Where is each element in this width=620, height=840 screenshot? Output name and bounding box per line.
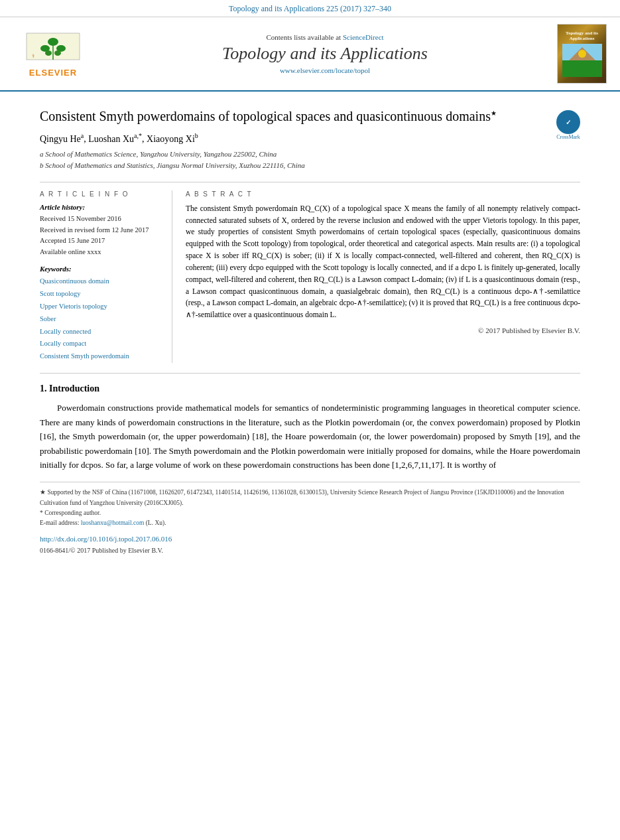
- keyword-7[interactable]: Consistent Smyth powerdomain: [40, 350, 162, 363]
- author1-sup: a: [81, 132, 84, 139]
- svg-text:⚕: ⚕: [32, 53, 34, 59]
- affiliation-b: b School of Mathematics and Statistics, …: [40, 160, 580, 172]
- affiliations: a School of Mathematics Science, Yangzho…: [40, 149, 580, 172]
- article-info-header: A R T I C L E I N F O: [40, 190, 162, 198]
- thumb-title: Topology and its Applications: [560, 31, 603, 42]
- author2-sup: a,*: [134, 132, 142, 139]
- svg-point-2: [48, 38, 58, 46]
- email-owner: (L. Xu).: [146, 520, 166, 526]
- elsevier-logo-area: ⚕ ELSEVIER: [13, 30, 93, 78]
- footnotes-area: ★ Supported by the NSF of China (1167100…: [40, 482, 580, 555]
- crossmark-icon: ✓: [556, 110, 580, 134]
- issn-line: 0166-8641/© 2017 Published by Elsevier B…: [40, 545, 580, 556]
- keyword-3[interactable]: Upper Vietoris topology: [40, 301, 162, 313]
- title-footnote-star: ★: [491, 109, 497, 117]
- keyword-6[interactable]: Locally compact: [40, 338, 162, 350]
- history-subheader: Article history:: [40, 203, 162, 211]
- keyword-2[interactable]: Scott topology: [40, 288, 162, 301]
- crossmark-badge[interactable]: ✓ CrossMark: [556, 110, 580, 140]
- authors-line: Qingyu Hea, Luoshan Xua,*, Xiaoyong Xib: [40, 132, 580, 145]
- corresponding-note: * Corresponding author.: [40, 508, 580, 518]
- intro-paragraph: Powerdomain constructions provide mathem…: [40, 401, 580, 472]
- keyword-4[interactable]: Sober: [40, 313, 162, 326]
- keyword-5[interactable]: Locally connected: [40, 326, 162, 338]
- thumb-image: [562, 44, 602, 77]
- abstract-column: A B S T R A C T The consistent Smyth pow…: [186, 190, 580, 363]
- info-abstract-section: A R T I C L E I N F O Article history: R…: [40, 182, 580, 363]
- journal-title: Topology and its Applications: [93, 44, 557, 64]
- journal-reference-text: Topology and its Applications 225 (2017)…: [229, 4, 391, 13]
- section-number-title: 1. Introduction: [40, 384, 580, 394]
- crossmark-label: CrossMark: [556, 134, 580, 140]
- svg-point-11: [578, 50, 586, 58]
- svg-point-5: [45, 50, 52, 56]
- revised-date: Received in revised form 12 June 2017: [40, 225, 162, 236]
- star-footnote: ★ Supported by the NSF of China (1167100…: [40, 488, 580, 508]
- author3-sup: b: [195, 132, 198, 139]
- elsevier-brand: ELSEVIER: [29, 68, 77, 78]
- online-date: Available online xxxx: [40, 247, 162, 258]
- svg-rect-9: [562, 60, 602, 77]
- doi-line[interactable]: http://dx.doi.org/10.1016/j.topol.2017.0…: [40, 533, 580, 545]
- svg-point-6: [54, 50, 61, 56]
- keywords-list: Quasicontinuous domain Scott topology Up…: [40, 275, 162, 363]
- sciencedirect-link[interactable]: ScienceDirect: [343, 33, 384, 41]
- journal-header: ⚕ ELSEVIER Contents lists available at S…: [0, 17, 620, 92]
- journal-center: Contents lists available at ScienceDirec…: [93, 33, 557, 74]
- article-content: ✓ CrossMark Consistent Smyth powerdomain…: [0, 92, 620, 569]
- abstract-text: The consistent Smyth powerdomain RQ_C(X)…: [186, 203, 580, 321]
- email-line: E-mail address: luoshanxu@hotmail.com (L…: [40, 518, 580, 528]
- author3-name: Xiaoyong Xi: [147, 134, 195, 144]
- copyright-line: © 2017 Published by Elsevier B.V.: [186, 326, 580, 334]
- received-date: Received 15 November 2016: [40, 214, 162, 225]
- journal-thumbnail: Topology and its Applications: [557, 24, 607, 84]
- article-info-column: A R T I C L E I N F O Article history: R…: [40, 190, 172, 363]
- journal-reference-bar: Topology and its Applications 225 (2017)…: [0, 0, 620, 17]
- accepted-date: Accepted 15 June 2017: [40, 236, 162, 247]
- svg-text:✓: ✓: [566, 119, 571, 126]
- keywords-subheader: Keywords:: [40, 265, 162, 273]
- contents-available-label: Contents lists available at ScienceDirec…: [93, 33, 557, 41]
- author2-name: Luoshan Xu: [88, 134, 134, 144]
- affiliation-a: a School of Mathematics Science, Yangzho…: [40, 149, 580, 161]
- journal-url[interactable]: www.elsevier.com/locate/topol: [93, 66, 557, 74]
- article-title: Consistent Smyth powerdomains of topolog…: [40, 107, 580, 125]
- abstract-header: A B S T R A C T: [186, 190, 580, 198]
- elsevier-logo-svg: ⚕: [20, 30, 86, 66]
- introduction-section: 1. Introduction Powerdomain construction…: [40, 373, 580, 472]
- email-link[interactable]: luoshanxu@hotmail.com: [81, 520, 146, 526]
- email-label: E-mail address:: [40, 520, 79, 526]
- author1-name: Qingyu He: [40, 134, 81, 144]
- keyword-1[interactable]: Quasicontinuous domain: [40, 275, 162, 288]
